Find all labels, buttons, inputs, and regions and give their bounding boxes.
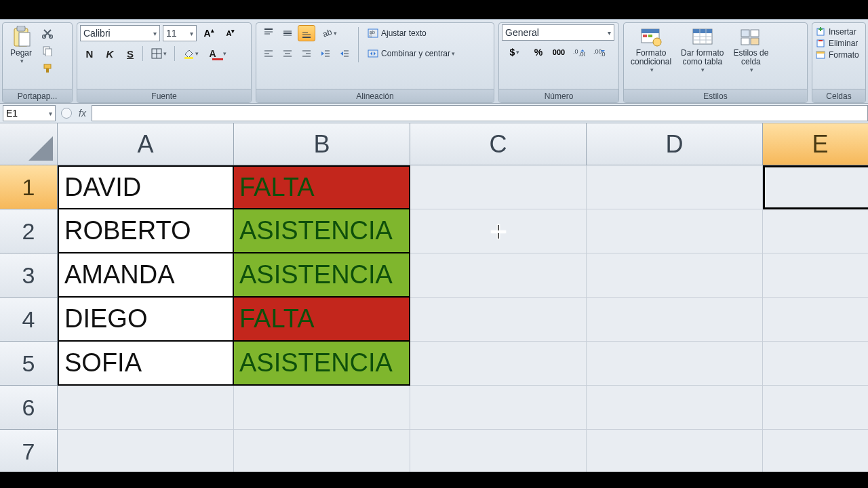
cell-C7[interactable]	[410, 430, 587, 474]
column-header-B[interactable]: B	[234, 123, 410, 165]
cell-D6[interactable]	[587, 386, 763, 430]
cell-D7[interactable]	[587, 430, 763, 474]
align-bottom-button[interactable]	[298, 25, 315, 41]
select-all-triangle[interactable]	[0, 123, 58, 165]
delete-row-button[interactable]: Eliminar	[815, 39, 858, 48]
cell-C1[interactable]	[410, 165, 587, 209]
italic-button[interactable]: K	[101, 45, 119, 62]
cancel-formula-icon[interactable]	[61, 108, 72, 119]
cell-A5[interactable]: SOFIA	[58, 342, 234, 386]
cell-D3[interactable]	[587, 253, 763, 298]
merge-center-button[interactable]: Combinar y centrar ▾	[363, 45, 459, 62]
cell-A4[interactable]: DIEGO	[58, 298, 234, 342]
row-header-6[interactable]: 6	[0, 386, 58, 430]
row-header-3[interactable]: 3	[0, 253, 58, 298]
cell-styles-button[interactable]: Estilos de celda▾	[729, 24, 772, 75]
cell-E1[interactable]	[763, 165, 868, 209]
cell-E3[interactable]	[763, 253, 868, 298]
group-title-clipboard: Portapap...	[3, 89, 72, 102]
row-header-5[interactable]: 5	[0, 342, 58, 386]
row-header-7[interactable]: 7	[0, 430, 58, 474]
cell-B5[interactable]: ASISTENCIA	[234, 342, 410, 386]
underline-button[interactable]: S	[121, 45, 139, 62]
name-box[interactable]: E1 ▾	[3, 105, 56, 121]
cell-C6[interactable]	[410, 386, 587, 430]
formula-input[interactable]	[92, 105, 868, 121]
orientation-button[interactable]: ab▾	[317, 25, 341, 41]
copy-button[interactable]	[39, 43, 56, 59]
cell-A2[interactable]: ROBERTO	[58, 209, 234, 253]
cells-area[interactable]: DAVIDFALTAROBERTOASISTENCIAAMANDAASISTEN…	[58, 165, 868, 488]
svg-rect-58	[751, 30, 759, 37]
row-header-1[interactable]: 1	[0, 165, 58, 209]
worksheet-grid[interactable]: ABCDE 12345678 DAVIDFALTAROBERTOASISTENC…	[0, 123, 868, 472]
row-header-2[interactable]: 2	[0, 209, 58, 253]
cell-D2[interactable]	[587, 209, 763, 253]
cell-B7[interactable]	[234, 430, 410, 474]
number-format-combo[interactable]: General▾	[502, 24, 614, 41]
format-as-table-button[interactable]: Dar formato como tabla▾	[677, 24, 728, 75]
cell-E5[interactable]	[763, 342, 868, 386]
conditional-format-button[interactable]: Formato condicional▾	[627, 24, 675, 75]
format-as-table-label: Dar formato como tabla	[681, 49, 724, 66]
align-left-button[interactable]	[260, 45, 277, 62]
font-size-combo[interactable]: 11▾	[163, 25, 197, 41]
cell-D5[interactable]	[587, 342, 763, 386]
row-header-4[interactable]: 4	[0, 298, 58, 342]
cell-C2[interactable]	[410, 209, 587, 253]
align-center-button[interactable]	[279, 45, 296, 62]
cell-A7[interactable]	[58, 430, 234, 474]
orientation-icon: ab	[321, 28, 332, 39]
grow-font-button[interactable]: A▴	[200, 25, 218, 41]
align-bottom-icon	[301, 28, 312, 39]
align-top-button[interactable]	[260, 25, 277, 41]
cell-E2[interactable]	[763, 209, 868, 253]
accounting-button[interactable]: $▾	[502, 44, 527, 60]
cell-B4[interactable]: FALTA	[234, 298, 410, 342]
fill-color-button[interactable]: ▾	[178, 45, 203, 62]
paste-button[interactable]: Pegar ▾	[5, 24, 37, 66]
cell-A6[interactable]	[58, 386, 234, 430]
svg-text:ab: ab	[321, 28, 332, 39]
insert-row-button[interactable]: Insertar	[815, 27, 856, 37]
cell-B1[interactable]: FALTA	[234, 165, 410, 209]
cell-E7[interactable]	[763, 430, 868, 474]
decrease-indent-button[interactable]	[317, 45, 334, 62]
align-right-button[interactable]	[298, 45, 315, 62]
cell-A3[interactable]: AMANDA	[58, 253, 234, 298]
cut-button[interactable]	[39, 25, 56, 41]
cell-D4[interactable]	[587, 298, 763, 342]
align-middle-button[interactable]	[279, 25, 296, 41]
cell-B6[interactable]	[234, 386, 410, 430]
increase-indent-button[interactable]	[336, 45, 353, 62]
increase-decimal-button[interactable]: .0.00	[570, 44, 588, 60]
decrease-decimal-button[interactable]: .00.0	[591, 44, 608, 60]
cells-format-button[interactable]: Formato	[815, 50, 859, 60]
cell-C5[interactable]	[410, 342, 587, 386]
delete-icon	[815, 39, 826, 48]
bold-button[interactable]: N	[81, 45, 98, 62]
font-name-combo[interactable]: Calibri▾	[80, 25, 160, 41]
cell-E4[interactable]	[763, 298, 868, 342]
column-header-D[interactable]: D	[587, 123, 763, 165]
cell-A1[interactable]: DAVID	[58, 165, 234, 209]
percent-button[interactable]: %	[530, 44, 547, 60]
shrink-font-button[interactable]: A▾	[222, 25, 239, 41]
cell-B3[interactable]: ASISTENCIA	[234, 253, 410, 298]
column-header-C[interactable]: C	[410, 123, 587, 165]
cell-D1[interactable]	[587, 165, 763, 209]
cell-B2[interactable]: ASISTENCIA	[234, 209, 410, 253]
cell-E6[interactable]	[763, 386, 868, 430]
chevron-down-icon[interactable]: ▾	[49, 110, 52, 117]
cell-C3[interactable]	[410, 253, 587, 298]
fx-icon[interactable]: fx	[79, 108, 86, 119]
column-header-E[interactable]: E	[763, 123, 868, 165]
comma-button[interactable]: 000	[550, 44, 568, 60]
column-header-A[interactable]: A	[58, 123, 234, 165]
format-painter-button[interactable]	[39, 60, 56, 77]
wrap-text-button[interactable]: abc Ajustar texto	[363, 25, 459, 41]
cell-C4[interactable]	[410, 298, 587, 342]
font-color-button[interactable]: A ▾	[205, 45, 230, 62]
borders-button[interactable]: ▾	[146, 45, 171, 62]
inc-decimal-icon: .0.00	[573, 47, 585, 58]
